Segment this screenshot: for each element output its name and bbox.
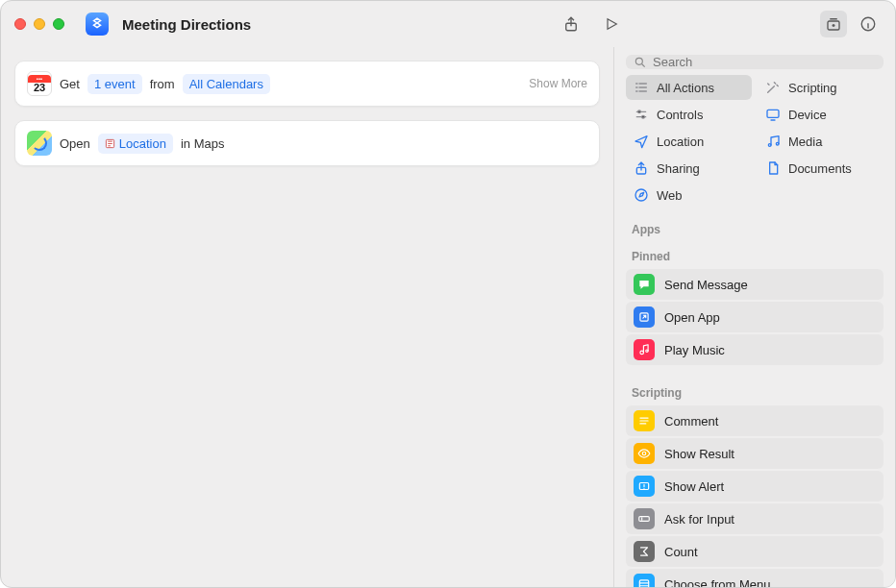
action-text: in Maps: [181, 136, 225, 151]
category-label: Web: [657, 188, 683, 203]
category-label: Documents: [788, 161, 852, 176]
event-count-token[interactable]: 1 event: [87, 74, 142, 94]
msg-icon: [634, 274, 655, 295]
action-list-item[interactable]: Count: [626, 536, 884, 567]
category-all[interactable]: All Actions: [626, 75, 752, 100]
sigma-icon: [634, 541, 655, 562]
shortcut-editor[interactable]: •••23 Get 1 event from All Calendars Sho…: [1, 47, 613, 587]
action-list-item[interactable]: Open App: [626, 302, 884, 332]
close-window-button[interactable]: [14, 18, 26, 30]
category-label: Device: [788, 108, 827, 122]
action-list-item[interactable]: Choose from Menu: [626, 569, 884, 588]
location-variable-token[interactable]: Location: [98, 134, 173, 154]
category-location[interactable]: Location: [626, 129, 752, 154]
action-label: Count: [664, 545, 698, 559]
lines-icon: [634, 410, 655, 431]
action-label: Ask for Input: [664, 512, 734, 527]
action-list-item[interactable]: Show Alert: [626, 471, 884, 502]
search-input[interactable]: [653, 55, 876, 69]
details-button[interactable]: [855, 11, 882, 37]
titlebar-left: Meeting Directions: [14, 11, 625, 37]
safari-icon: [634, 187, 649, 203]
fullscreen-window-button[interactable]: [53, 18, 64, 30]
doc-icon: [765, 160, 781, 176]
traffic-lights: [14, 18, 64, 30]
category-grid: All ActionsScriptingControlsDeviceLocati…: [614, 75, 895, 213]
maps-app-icon: [27, 131, 52, 156]
window-title: Meeting Directions: [122, 16, 251, 33]
action-open-in-maps[interactable]: Open Location in Maps: [14, 120, 600, 166]
action-library-sidebar: All ActionsScriptingControlsDeviceLocati…: [613, 47, 895, 587]
titlebar: Meeting Directions: [1, 1, 895, 47]
category-web[interactable]: Web: [626, 183, 752, 208]
monitor-icon: [765, 107, 781, 122]
scripting-list: CommentShow ResultShow AlertAsk for Inpu…: [614, 404, 895, 588]
action-label: Send Message: [664, 278, 748, 292]
pinned-section-header: Pinned: [614, 240, 895, 267]
action-label: Play Music: [664, 343, 725, 357]
category-documents[interactable]: Documents: [758, 156, 884, 181]
music-icon: [634, 339, 655, 360]
action-get-calendar-events[interactable]: •••23 Get 1 event from All Calendars Sho…: [14, 61, 600, 107]
svg-rect-17: [639, 517, 650, 522]
category-label: Controls: [657, 108, 703, 122]
app-window: Meeting Directions •••23 Get: [0, 0, 896, 588]
body: •••23 Get 1 event from All Calendars Sho…: [1, 47, 895, 587]
action-label: Open App: [664, 310, 720, 325]
action-label: Show Result: [664, 447, 734, 461]
svg-point-4: [635, 58, 642, 64]
titlebar-right: [820, 11, 882, 37]
action-text: Open: [60, 136, 90, 151]
library-toggle-button[interactable]: [820, 11, 847, 37]
minimize-window-button[interactable]: [34, 18, 45, 30]
action-label: Show Alert: [664, 479, 724, 494]
action-text: Get: [60, 77, 80, 91]
sliders-icon: [634, 107, 649, 122]
svg-point-15: [642, 452, 646, 455]
category-controls[interactable]: Controls: [626, 102, 752, 127]
calendars-token[interactable]: All Calendars: [183, 74, 270, 94]
svg-point-14: [646, 350, 648, 352]
svg-point-11: [635, 189, 647, 201]
wand-icon: [765, 80, 781, 95]
category-sharing[interactable]: Sharing: [626, 156, 752, 181]
action-list-item[interactable]: Show Result: [626, 438, 884, 469]
category-label: Scripting: [788, 81, 837, 95]
svg-point-5: [638, 110, 641, 113]
nav-icon: [634, 134, 649, 149]
category-scripting[interactable]: Scripting: [758, 75, 884, 100]
action-list-item[interactable]: Play Music: [626, 334, 884, 365]
category-device[interactable]: Device: [758, 102, 884, 127]
svg-point-8: [768, 144, 771, 147]
svg-rect-7: [767, 110, 779, 117]
alert-icon: [634, 476, 655, 497]
category-media[interactable]: Media: [758, 129, 884, 154]
action-list-item[interactable]: Send Message: [626, 269, 884, 300]
action-list-item[interactable]: Ask for Input: [626, 503, 884, 534]
svg-point-6: [642, 115, 645, 118]
category-label: Sharing: [657, 161, 700, 176]
svg-point-9: [776, 142, 779, 145]
apps-section-header: Apps: [614, 213, 895, 240]
search-icon: [634, 56, 647, 69]
scripting-section-header: Scripting: [614, 377, 895, 404]
search-field[interactable]: [626, 55, 884, 69]
share-icon: [634, 160, 649, 176]
action-label: Choose from Menu: [664, 577, 771, 589]
calendar-app-icon: •••23: [27, 71, 52, 96]
shortcut-app-icon: [86, 12, 109, 36]
action-list-item[interactable]: Comment: [626, 405, 884, 436]
category-label: All Actions: [657, 81, 714, 95]
action-label: Comment: [664, 414, 718, 429]
run-button[interactable]: [598, 11, 625, 37]
open-icon: [634, 306, 655, 328]
show-more-button[interactable]: Show More: [529, 77, 587, 90]
input-icon: [634, 508, 655, 529]
share-button[interactable]: [558, 11, 585, 37]
category-label: Media: [788, 135, 822, 149]
svg-rect-18: [639, 580, 648, 588]
pinned-list: Send MessageOpen AppPlay Music: [614, 267, 895, 377]
action-text: from: [150, 77, 175, 91]
menu-icon: [634, 574, 655, 588]
note-icon: [765, 134, 781, 149]
